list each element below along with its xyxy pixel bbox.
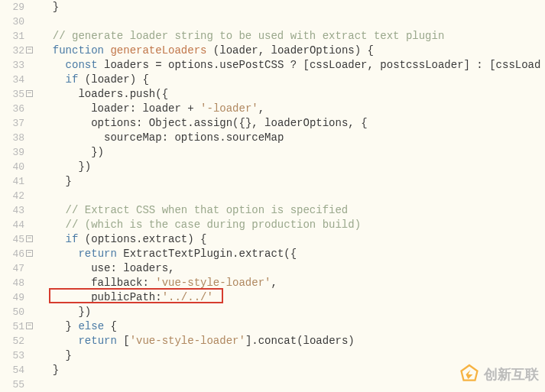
token-pr: ( <box>78 73 91 86</box>
code-line: fallback: 'vue-style-loader', <box>40 276 545 290</box>
token-kw: if <box>66 73 79 86</box>
token-pr: }) <box>78 306 91 318</box>
token-id: loaders <box>123 262 168 274</box>
token-pr: } <box>53 1 59 13</box>
token-id: sourceMap <box>104 131 162 144</box>
line-number: 30 <box>0 15 24 29</box>
token-pr: , <box>258 102 264 115</box>
line-number: 55 <box>0 377 24 392</box>
token-pr: + <box>181 102 200 115</box>
line-number: 39 <box>0 145 24 160</box>
line-number: 40 <box>0 160 24 174</box>
code-line: sourceMap: options.sourceMap <box>40 131 545 145</box>
line-number: 35− <box>0 87 24 102</box>
token-pr: ( <box>206 44 219 57</box>
token-pr: : <box>142 277 155 289</box>
token-id: sourceMap <box>226 131 284 144</box>
watermark-text: 创新互联 <box>484 365 539 384</box>
line-number: 29 <box>0 0 24 15</box>
token-str: 'vue-style-loader' <box>130 335 245 347</box>
token-pr: . <box>123 88 129 100</box>
line-number: 32− <box>0 44 24 58</box>
code-line: // Extract CSS when that option is speci… <box>40 203 545 218</box>
token-id: use <box>91 262 110 274</box>
line-number: 52 <box>0 334 24 348</box>
code-line: // (which is the case during production … <box>40 218 545 232</box>
token-pr: ] : [ <box>464 59 496 71</box>
token-pr: ({}, <box>232 117 264 129</box>
token-pr: , <box>258 44 271 57</box>
fold-toggle-icon[interactable]: − <box>26 90 33 97</box>
code-line: }) <box>40 305 545 319</box>
code-line: // generate loader string to be used wit… <box>40 29 545 44</box>
token-pr: ({ <box>284 248 297 260</box>
code-line: if (loader) { <box>40 73 545 87</box>
token-pr: ( <box>297 335 303 347</box>
token-pr: ? [ <box>284 59 310 71</box>
line-number: 37 <box>0 116 24 131</box>
line-number: 54 <box>0 363 24 377</box>
token-pr: }) <box>91 146 104 158</box>
token-fn: generateLoaders <box>110 44 206 57</box>
token-id: loader <box>142 102 180 115</box>
token-cm: // Extract CSS when that option is speci… <box>66 204 349 216</box>
token-id: loaders <box>104 59 149 71</box>
fold-toggle-icon[interactable]: − <box>26 47 33 53</box>
line-number-gutter: 29303132−333435−36373839404142434445−46−… <box>0 0 29 392</box>
token-id: extract <box>142 233 187 245</box>
watermark: 创新互联 <box>458 363 539 386</box>
token-cm: // generate loader string to be used wit… <box>53 30 444 42</box>
line-number: 33 <box>0 58 24 73</box>
token-id: concat <box>258 335 297 347</box>
fold-toggle-icon[interactable]: − <box>26 235 33 242</box>
line-number: 48 <box>0 276 24 290</box>
token-id: assign <box>194 117 232 129</box>
code-line: const loaders = options.usePostCSS ? [cs… <box>40 58 545 73</box>
token-pr: } <box>66 175 72 187</box>
token-id: loaders <box>303 335 349 347</box>
token-id: push <box>130 88 156 100</box>
line-number: 42 <box>0 189 24 203</box>
token-pr <box>98 59 104 71</box>
token-pr: , <box>271 277 277 289</box>
code-line: } else { <box>40 319 545 334</box>
line-number: 36 <box>0 102 24 116</box>
line-number: 53 <box>0 348 24 363</box>
code-line: } <box>40 174 545 189</box>
line-number: 31 <box>0 29 24 44</box>
token-id: options <box>91 233 136 245</box>
token-id: options <box>174 131 219 144</box>
line-number: 41 <box>0 174 24 189</box>
code-line <box>40 15 545 29</box>
line-number: 44 <box>0 218 24 232</box>
token-pr: ]. <box>245 335 258 347</box>
token-id: usePostCSS <box>219 59 284 71</box>
line-number: 50 <box>0 305 24 319</box>
token-id: loader <box>91 73 129 86</box>
token-pr: ) { <box>187 233 206 245</box>
token-pr: . <box>219 131 225 144</box>
token-id: ExtractTextPlugin <box>123 248 232 260</box>
fold-toggle-icon[interactable]: − <box>26 322 33 329</box>
token-pr: ) <box>348 335 354 347</box>
token-pr: ( <box>78 233 91 245</box>
token-id: options <box>91 117 136 129</box>
token-id: cssLoad <box>496 59 541 71</box>
token-pr <box>117 248 123 260</box>
fold-toggle-icon[interactable]: − <box>26 250 33 257</box>
code-line: loaders.push({ <box>40 87 545 102</box>
token-pr: } <box>53 364 59 376</box>
token-str: '-loader' <box>200 102 258 115</box>
token-pr: [ <box>117 335 130 347</box>
line-number: 45− <box>0 232 24 247</box>
token-id: loader <box>219 44 258 57</box>
token-pr: : <box>155 291 161 303</box>
token-kw: return <box>78 335 116 347</box>
token-kw: else <box>78 320 104 332</box>
token-pr: } <box>66 349 72 361</box>
token-id: loaders <box>78 88 123 100</box>
token-kw: return <box>78 248 116 260</box>
token-pr: . <box>187 117 193 129</box>
token-pr: , { <box>348 117 367 129</box>
token-id: options <box>168 59 213 71</box>
